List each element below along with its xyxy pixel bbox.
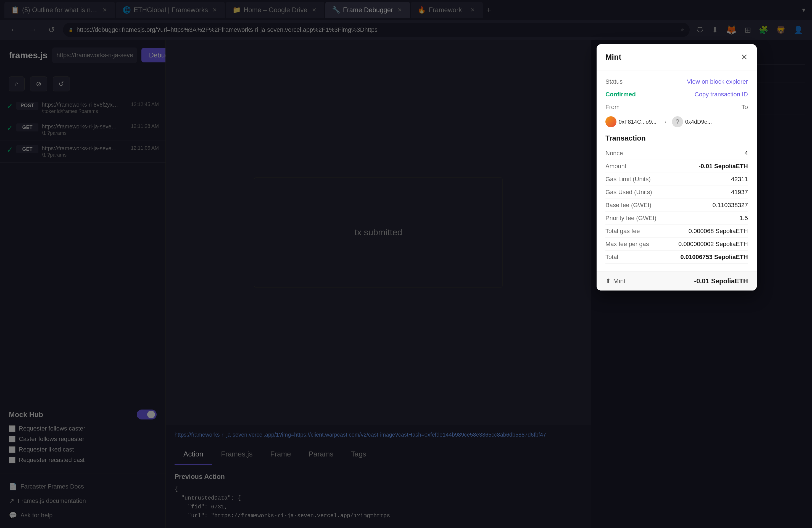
footer-mint-icon: ⬆ xyxy=(605,277,611,285)
tx-val-0: 4 xyxy=(744,150,748,157)
tx-label-7: Max fee per gas xyxy=(605,240,649,248)
from-avatar xyxy=(605,116,617,127)
to-avatar: ? xyxy=(672,116,683,127)
tx-label-5: Priority fee (GWEI) xyxy=(605,215,656,222)
status-confirmed: Confirmed xyxy=(605,91,636,98)
modal-header: Mint ✕ xyxy=(597,44,757,70)
modal-footer: ⬆ Mint -0.01 SepoliaETH xyxy=(597,272,757,291)
tx-row-7: Max fee per gas 0.000000002 SepoliaETH xyxy=(605,238,748,251)
tx-val-5: 1.5 xyxy=(739,215,748,222)
modal-status-row: Status View on block explorer xyxy=(605,78,748,85)
footer-mint-text: Mint xyxy=(613,277,626,285)
from-address-display: 0xF814C...o9... xyxy=(605,116,656,127)
tx-row-5: Priority fee (GWEI) 1.5 xyxy=(605,212,748,225)
to-label: To xyxy=(742,104,748,111)
footer-mint-label: ⬆ Mint xyxy=(605,277,626,285)
modal-body: Status View on block explorer Confirmed … xyxy=(597,70,757,272)
from-address-text: 0xF814C...o9... xyxy=(619,119,656,125)
tx-row-3: Gas Used (Units) 41937 xyxy=(605,186,748,199)
tx-val-3: 41937 xyxy=(731,189,748,196)
status-label: Status xyxy=(605,78,623,85)
modal-confirmed-row: Confirmed Copy transaction ID xyxy=(605,91,748,98)
tx-row-2: Gas Limit (Units) 42311 xyxy=(605,173,748,186)
tx-val-1: -0.01 SepoliaETH xyxy=(698,163,748,170)
to-address-text: 0x4dD9e... xyxy=(685,119,712,125)
transaction-title: Transaction xyxy=(605,134,748,143)
modal-title: Mint xyxy=(605,53,621,62)
tx-row-6: Total gas fee 0.000068 SepoliaETH xyxy=(605,225,748,238)
tx-val-8: 0.01006753 SepoliaETH xyxy=(680,253,748,261)
tx-val-7: 0.000000002 SepoliaETH xyxy=(678,240,748,248)
from-label: From xyxy=(605,104,620,111)
to-address-display: ? 0x4dD9e... xyxy=(672,116,712,127)
tx-row-0: Nonce 4 xyxy=(605,147,748,160)
tx-label-3: Gas Used (Units) xyxy=(605,189,652,196)
view-on-explorer-link[interactable]: View on block explorer xyxy=(687,78,748,85)
tx-row-4: Base fee (GWEI) 0.110338327 xyxy=(605,199,748,212)
copy-tx-link[interactable]: Copy transaction ID xyxy=(695,91,748,98)
from-to-header: From To xyxy=(605,104,748,111)
modal-close-button[interactable]: ✕ xyxy=(740,52,748,62)
tx-label-8: Total xyxy=(605,253,618,261)
tx-label-1: Amount xyxy=(605,163,626,170)
from-to-row: 0xF814C...o9... → ? 0x4dD9e... xyxy=(605,116,748,127)
tx-val-4: 0.110338327 xyxy=(713,202,748,209)
tx-row-1: Amount -0.01 SepoliaETH xyxy=(605,160,748,173)
mint-modal: Mint ✕ Status View on block explorer Con… xyxy=(597,44,757,291)
arrow-right-icon: → xyxy=(661,118,668,126)
tx-val-6: 0.000068 SepoliaETH xyxy=(688,228,748,235)
tx-row-8: Total 0.01006753 SepoliaETH xyxy=(605,251,748,264)
footer-mint-amount: -0.01 SepoliaETH xyxy=(694,277,748,285)
tx-label-0: Nonce xyxy=(605,150,623,157)
tx-val-2: 42311 xyxy=(731,176,748,183)
modal-overlay[interactable]: Mint ✕ Status View on block explorer Con… xyxy=(0,0,812,528)
tx-label-2: Gas Limit (Units) xyxy=(605,176,651,183)
tx-label-4: Base fee (GWEI) xyxy=(605,202,651,209)
tx-label-6: Total gas fee xyxy=(605,228,640,235)
